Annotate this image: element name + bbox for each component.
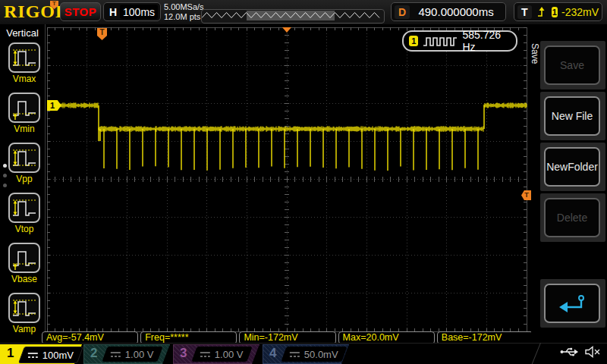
channel-3-number: 3 — [180, 346, 187, 361]
vpp-label: Vpp — [7, 174, 42, 184]
softkey-slot: New File — [540, 92, 605, 140]
square-wave-icon — [423, 36, 458, 47]
channel-3-block[interactable]: 3 1.00 V — [173, 344, 259, 364]
softkey-slot: NewFolder — [540, 143, 605, 191]
channel-3-scale: 1.00 V — [215, 349, 244, 360]
frequency-value: 585.726 Hz — [462, 29, 511, 53]
dc-coupling-icon — [111, 351, 121, 358]
menu-item-vmax[interactable]: Vmax — [7, 42, 42, 84]
timebase-value: 100ms — [120, 5, 158, 19]
dc-coupling-icon — [200, 351, 210, 358]
t-label: T — [517, 5, 532, 19]
channel-1-valbox: 100mV — [18, 347, 83, 363]
channel-2-number: 2 — [90, 346, 97, 361]
menu-item-vbase[interactable]: Vbase — [7, 243, 42, 284]
menu-item-vmin[interactable]: Vmin — [7, 93, 42, 134]
return-button[interactable] — [544, 284, 600, 323]
memory-depth: 12.0M pts — [164, 12, 204, 22]
top-status-bar: RIGOL STOP H 100ms 5.00MSa/s 12.0M pts T… — [0, 0, 607, 25]
frequency-counter-badge: 1 585.726 Hz — [402, 30, 517, 52]
d-label: D — [395, 5, 410, 19]
menu-item-vamp[interactable]: Vamp — [7, 293, 42, 334]
graticule-and-waveform — [46, 24, 531, 343]
delay-value: 490.000000ms — [410, 5, 502, 18]
vpp-icon — [8, 143, 40, 173]
softkey-slot: Save — [540, 41, 605, 89]
waveform-display: T 1 T 1 585.726 Hz — [46, 24, 531, 343]
system-status-icons — [560, 346, 601, 358]
channel-4-scale: 50.0mV — [304, 349, 338, 360]
softkey-slot: Delete — [540, 193, 605, 242]
rising-edge-icon — [536, 6, 547, 18]
channel-status-bar: 1 100mV 2 1.00 V 3 1.00 V 4 — [0, 343, 607, 364]
status-separator — [531, 343, 541, 364]
vbase-label: Vbase — [7, 274, 42, 284]
trigger-level-value: -232mV — [561, 6, 599, 18]
channel-1-block[interactable]: 1 100mV — [0, 344, 82, 364]
return-arrow-icon — [556, 292, 588, 315]
channel-2-block[interactable]: 2 1.00 V — [83, 344, 170, 364]
waveform-position-bar[interactable] — [201, 9, 385, 24]
channel-2-valbox: 1.00 V — [102, 347, 162, 362]
new-file-button[interactable]: New File — [544, 96, 600, 136]
horizontal-timebase-box[interactable]: H 100ms — [103, 2, 161, 21]
run-state-label: STOP — [64, 5, 97, 18]
save-softkey-menu: Save Save New File NewFolder Delete — [531, 24, 607, 343]
softkey-slot — [540, 279, 605, 328]
vmin-icon — [8, 93, 40, 123]
vertical-measure-menu: Vertical Vmax Vmin Vpp Vtop Vbase Vamp — [0, 24, 46, 343]
save-button[interactable]: Save — [544, 46, 600, 85]
speaker-muted-icon — [584, 346, 601, 358]
screen-center-marker — [282, 27, 291, 33]
vmin-label: Vmin — [7, 124, 42, 134]
usb-icon — [560, 347, 578, 357]
channel-4-block[interactable]: 4 50.0mV — [263, 344, 349, 364]
delete-button[interactable]: Delete — [544, 198, 600, 237]
vbase-icon — [8, 243, 40, 273]
h-label: H — [109, 6, 117, 18]
menu-tab-save: Save — [530, 43, 540, 64]
vmax-icon — [8, 42, 40, 73]
channel-1-number: 1 — [7, 346, 14, 361]
delay-box: D 490.000000ms — [391, 2, 506, 21]
run-stop-indicator[interactable]: STOP — [60, 2, 101, 21]
vamp-label: Vamp — [7, 324, 42, 334]
dc-coupling-icon — [28, 352, 38, 359]
channel-4-valbox: 50.0mV — [281, 347, 347, 362]
trigger-source-badge: 1 — [552, 7, 558, 17]
channel-1-scale: 100mV — [42, 350, 74, 361]
channel-3-valbox: 1.00 V — [191, 347, 252, 362]
vtop-icon — [8, 193, 40, 223]
vamp-icon — [8, 293, 40, 323]
channel-4-number: 4 — [269, 346, 276, 361]
sample-rate: 5.00MSa/s — [164, 2, 204, 12]
trigger-status-box: T 1 -232mV — [514, 2, 602, 21]
new-folder-button[interactable]: NewFolder — [544, 147, 600, 187]
vmax-label: Vmax — [7, 74, 42, 84]
vtop-label: Vtop — [7, 224, 42, 234]
menu-item-vpp[interactable]: Vpp — [7, 143, 42, 184]
rigol-logo: RIGOL — [4, 2, 68, 22]
menu-item-vtop[interactable]: Vtop — [7, 193, 42, 234]
menu-title: Vertical — [0, 24, 45, 39]
dc-coupling-icon — [290, 351, 300, 358]
acquisition-info: 5.00MSa/s 12.0M pts — [164, 2, 204, 22]
menu-page-indicator — [3, 158, 7, 193]
memory-window-indicator — [202, 10, 382, 21]
channel-2-scale: 1.00 V — [125, 349, 154, 360]
freq-source-badge: 1 — [409, 36, 418, 46]
